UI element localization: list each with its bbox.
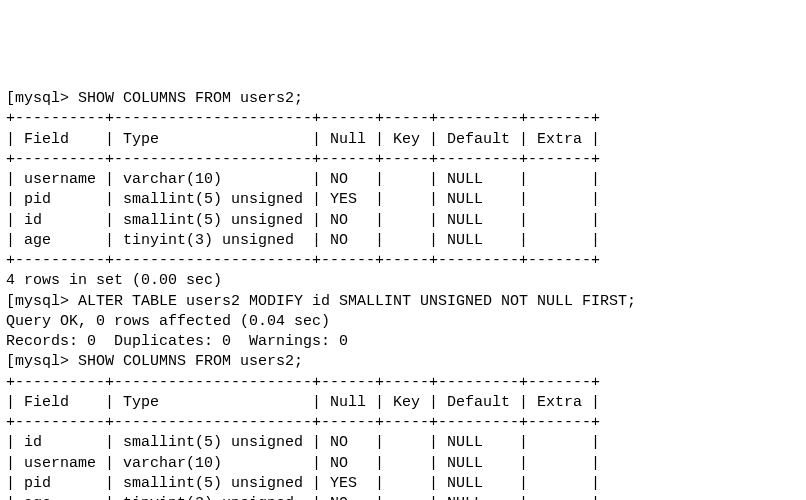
- table1-row-0: | username | varchar(10) | NO | | NULL |…: [6, 170, 800, 190]
- table2-row-1: | username | varchar(10) | NO | | NULL |…: [6, 454, 800, 474]
- table2-row-2: | pid | smallint(5) unsigned | YES | | N…: [6, 474, 800, 494]
- table1-row-2: | id | smallint(5) unsigned | NO | | NUL…: [6, 211, 800, 231]
- command-alter-table[interactable]: [mysql> ALTER TABLE users2 MODIFY id SMA…: [6, 292, 800, 312]
- table2-border: +----------+----------------------+-----…: [6, 413, 800, 433]
- table1-border: +----------+----------------------+-----…: [6, 251, 800, 271]
- table1-border: +----------+----------------------+-----…: [6, 150, 800, 170]
- alter-result-1: Query OK, 0 rows affected (0.04 sec): [6, 312, 800, 332]
- table1-row-3: | age | tinyint(3) unsigned | NO | | NUL…: [6, 231, 800, 251]
- table2-row-0: | id | smallint(5) unsigned | NO | | NUL…: [6, 433, 800, 453]
- table2-border: +----------+----------------------+-----…: [6, 373, 800, 393]
- mysql-terminal[interactable]: [mysql> SHOW COLUMNS FROM users2;+------…: [6, 89, 800, 500]
- table1-border: +----------+----------------------+-----…: [6, 109, 800, 129]
- table1-header: | Field | Type | Null | Key | Default | …: [6, 130, 800, 150]
- table2-row-3: | age | tinyint(3) unsigned | NO | | NUL…: [6, 494, 800, 500]
- table1-row-1: | pid | smallint(5) unsigned | YES | | N…: [6, 190, 800, 210]
- result1-footer: 4 rows in set (0.00 sec): [6, 271, 800, 291]
- command-show-columns-2[interactable]: [mysql> SHOW COLUMNS FROM users2;: [6, 352, 800, 372]
- alter-result-2: Records: 0 Duplicates: 0 Warnings: 0: [6, 332, 800, 352]
- command-show-columns-1[interactable]: [mysql> SHOW COLUMNS FROM users2;: [6, 89, 800, 109]
- table2-header: | Field | Type | Null | Key | Default | …: [6, 393, 800, 413]
